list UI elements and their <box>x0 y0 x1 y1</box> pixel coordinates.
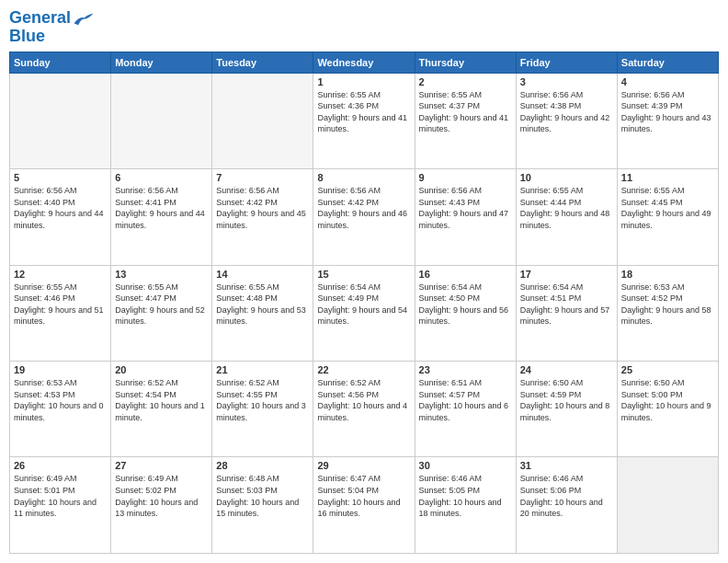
day-number: 20 <box>115 364 208 375</box>
day-number: 29 <box>317 460 410 471</box>
header-tuesday: Tuesday <box>212 52 313 73</box>
day-number: 22 <box>317 364 410 375</box>
header-sunday: Sunday <box>10 52 111 73</box>
day-number: 4 <box>621 76 714 87</box>
calendar-table: Sunday Monday Tuesday Wednesday Thursday… <box>9 52 719 554</box>
day-cell: 25Sunrise: 6:50 AMSunset: 5:00 PMDayligh… <box>617 362 718 457</box>
day-number: 17 <box>520 269 613 280</box>
day-cell: 4Sunrise: 6:56 AMSunset: 4:39 PMDaylight… <box>617 73 718 168</box>
header: General Blue <box>9 9 719 46</box>
day-cell: 8Sunrise: 6:56 AMSunset: 4:42 PMDaylight… <box>313 169 415 265</box>
day-cell: 10Sunrise: 6:55 AMSunset: 4:44 PMDayligh… <box>516 169 617 265</box>
day-cell: 7Sunrise: 6:56 AMSunset: 4:42 PMDaylight… <box>212 169 313 265</box>
day-cell: 14Sunrise: 6:55 AMSunset: 4:48 PMDayligh… <box>212 265 313 361</box>
day-info: Sunrise: 6:53 AMSunset: 4:53 PMDaylight:… <box>14 377 107 423</box>
day-cell: 19Sunrise: 6:53 AMSunset: 4:53 PMDayligh… <box>10 362 111 457</box>
day-cell: 6Sunrise: 6:56 AMSunset: 4:41 PMDaylight… <box>111 169 212 265</box>
logo-text: General Blue <box>9 9 95 46</box>
day-cell: 16Sunrise: 6:54 AMSunset: 4:50 PMDayligh… <box>415 265 516 361</box>
day-info: Sunrise: 6:56 AMSunset: 4:41 PMDaylight:… <box>115 185 208 231</box>
day-info: Sunrise: 6:55 AMSunset: 4:37 PMDaylight:… <box>419 89 512 135</box>
day-info: Sunrise: 6:55 AMSunset: 4:45 PMDaylight:… <box>621 185 714 231</box>
day-cell: 15Sunrise: 6:54 AMSunset: 4:49 PMDayligh… <box>313 265 415 361</box>
day-info: Sunrise: 6:54 AMSunset: 4:51 PMDaylight:… <box>520 282 613 327</box>
day-info: Sunrise: 6:54 AMSunset: 4:49 PMDaylight:… <box>317 282 410 327</box>
day-cell <box>10 73 111 168</box>
day-cell: 29Sunrise: 6:47 AMSunset: 5:04 PMDayligh… <box>313 457 415 554</box>
day-cell: 30Sunrise: 6:46 AMSunset: 5:05 PMDayligh… <box>415 457 516 554</box>
day-cell: 31Sunrise: 6:46 AMSunset: 5:06 PMDayligh… <box>516 457 617 554</box>
week-row-2: 5Sunrise: 6:56 AMSunset: 4:40 PMDaylight… <box>10 169 719 265</box>
day-info: Sunrise: 6:52 AMSunset: 4:54 PMDaylight:… <box>115 377 208 423</box>
header-friday: Friday <box>516 52 617 73</box>
day-number: 11 <box>621 172 714 183</box>
day-number: 10 <box>520 172 613 183</box>
day-cell: 21Sunrise: 6:52 AMSunset: 4:55 PMDayligh… <box>212 362 313 457</box>
day-info: Sunrise: 6:49 AMSunset: 5:02 PMDaylight:… <box>115 473 208 519</box>
day-number: 27 <box>115 460 208 471</box>
day-info: Sunrise: 6:52 AMSunset: 4:56 PMDaylight:… <box>317 377 410 423</box>
day-info: Sunrise: 6:55 AMSunset: 4:44 PMDaylight:… <box>520 185 613 231</box>
day-cell: 24Sunrise: 6:50 AMSunset: 4:59 PMDayligh… <box>516 362 617 457</box>
day-cell: 18Sunrise: 6:53 AMSunset: 4:52 PMDayligh… <box>617 265 718 361</box>
day-number: 16 <box>419 269 512 280</box>
day-number: 15 <box>317 269 410 280</box>
day-number: 24 <box>520 364 613 375</box>
day-number: 5 <box>14 172 107 183</box>
day-number: 23 <box>419 364 512 375</box>
day-info: Sunrise: 6:56 AMSunset: 4:38 PMDaylight:… <box>520 89 613 135</box>
day-cell: 20Sunrise: 6:52 AMSunset: 4:54 PMDayligh… <box>111 362 212 457</box>
day-info: Sunrise: 6:53 AMSunset: 4:52 PMDaylight:… <box>621 282 714 327</box>
day-cell: 12Sunrise: 6:55 AMSunset: 4:46 PMDayligh… <box>10 265 111 361</box>
day-info: Sunrise: 6:46 AMSunset: 5:05 PMDaylight:… <box>419 473 512 519</box>
logo: General Blue <box>9 9 95 46</box>
week-row-1: 1Sunrise: 6:55 AMSunset: 4:36 PMDaylight… <box>10 73 719 168</box>
day-info: Sunrise: 6:51 AMSunset: 4:57 PMDaylight:… <box>419 377 512 423</box>
header-monday: Monday <box>111 52 212 73</box>
day-cell: 28Sunrise: 6:48 AMSunset: 5:03 PMDayligh… <box>212 457 313 554</box>
day-number: 18 <box>621 269 714 280</box>
day-number: 9 <box>419 172 512 183</box>
day-number: 2 <box>419 76 512 87</box>
day-cell: 26Sunrise: 6:49 AMSunset: 5:01 PMDayligh… <box>10 457 111 554</box>
logo-text-general: General <box>9 8 71 27</box>
week-row-5: 26Sunrise: 6:49 AMSunset: 5:01 PMDayligh… <box>10 457 719 554</box>
day-info: Sunrise: 6:54 AMSunset: 4:50 PMDaylight:… <box>419 282 512 327</box>
day-cell: 5Sunrise: 6:56 AMSunset: 4:40 PMDaylight… <box>10 169 111 265</box>
day-info: Sunrise: 6:50 AMSunset: 4:59 PMDaylight:… <box>520 377 613 423</box>
day-cell: 3Sunrise: 6:56 AMSunset: 4:38 PMDaylight… <box>516 73 617 168</box>
day-cell <box>617 457 718 554</box>
day-number: 6 <box>115 172 208 183</box>
day-info: Sunrise: 6:56 AMSunset: 4:40 PMDaylight:… <box>14 185 107 231</box>
day-info: Sunrise: 6:56 AMSunset: 4:39 PMDaylight:… <box>621 89 714 135</box>
day-number: 7 <box>216 172 309 183</box>
day-cell <box>212 73 313 168</box>
day-info: Sunrise: 6:56 AMSunset: 4:42 PMDaylight:… <box>317 185 410 231</box>
day-cell: 13Sunrise: 6:55 AMSunset: 4:47 PMDayligh… <box>111 265 212 361</box>
day-info: Sunrise: 6:55 AMSunset: 4:48 PMDaylight:… <box>216 282 309 327</box>
day-number: 19 <box>14 364 107 375</box>
header-wednesday: Wednesday <box>313 52 415 73</box>
day-cell: 11Sunrise: 6:55 AMSunset: 4:45 PMDayligh… <box>617 169 718 265</box>
day-number: 3 <box>520 76 613 87</box>
day-number: 12 <box>14 269 107 280</box>
day-info: Sunrise: 6:55 AMSunset: 4:47 PMDaylight:… <box>115 282 208 327</box>
day-number: 31 <box>520 460 613 471</box>
day-number: 14 <box>216 269 309 280</box>
day-number: 25 <box>621 364 714 375</box>
day-info: Sunrise: 6:49 AMSunset: 5:01 PMDaylight:… <box>14 473 107 519</box>
day-info: Sunrise: 6:48 AMSunset: 5:03 PMDaylight:… <box>216 473 309 519</box>
logo-text-blue: Blue <box>9 27 45 45</box>
day-cell: 9Sunrise: 6:56 AMSunset: 4:43 PMDaylight… <box>415 169 516 265</box>
day-info: Sunrise: 6:56 AMSunset: 4:43 PMDaylight:… <box>419 185 512 231</box>
week-row-4: 19Sunrise: 6:53 AMSunset: 4:53 PMDayligh… <box>10 362 719 457</box>
day-number: 1 <box>317 76 410 87</box>
header-thursday: Thursday <box>415 52 516 73</box>
day-cell: 22Sunrise: 6:52 AMSunset: 4:56 PMDayligh… <box>313 362 415 457</box>
day-info: Sunrise: 6:56 AMSunset: 4:42 PMDaylight:… <box>216 185 309 231</box>
day-cell: 2Sunrise: 6:55 AMSunset: 4:37 PMDaylight… <box>415 73 516 168</box>
page: General Blue Sunday Monday Tuesday Wedne… <box>0 0 728 563</box>
day-cell: 1Sunrise: 6:55 AMSunset: 4:36 PMDaylight… <box>313 73 415 168</box>
day-info: Sunrise: 6:50 AMSunset: 5:00 PMDaylight:… <box>621 377 714 423</box>
day-info: Sunrise: 6:47 AMSunset: 5:04 PMDaylight:… <box>317 473 410 519</box>
